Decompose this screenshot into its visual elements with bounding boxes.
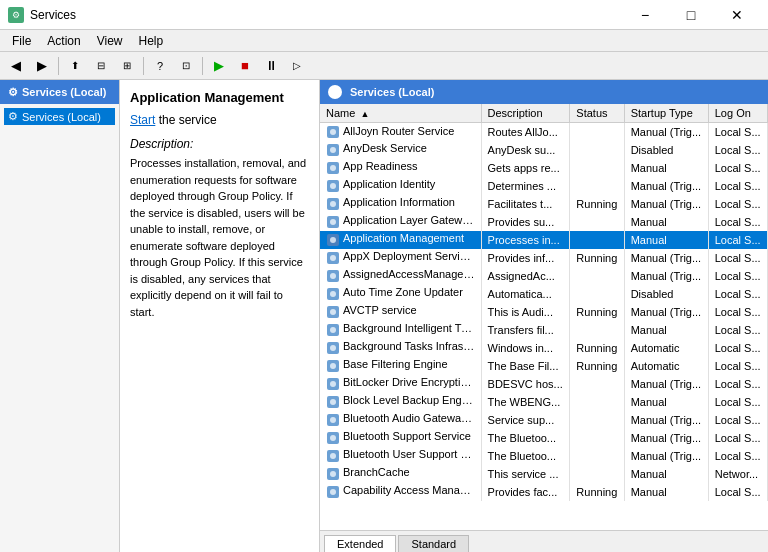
cell-startupType: Manual (Trig... xyxy=(624,195,708,213)
services-tbody: AllJoyn Router ServiceRoutes AllJo...Man… xyxy=(320,123,768,501)
table-row[interactable]: AssignedAccessManager Se...AssignedAc...… xyxy=(320,267,768,285)
table-row[interactable]: Bluetooth Support ServiceThe Bluetoo...M… xyxy=(320,429,768,447)
cell-logOn: Local S... xyxy=(708,339,767,357)
table-row[interactable]: Application IdentityDetermines ...Manual… xyxy=(320,177,768,195)
sidebar-item-services-local[interactable]: ⚙ Services (Local) xyxy=(4,108,115,125)
menu-file[interactable]: File xyxy=(4,32,39,50)
table-row[interactable]: Capability Access Manager ...Provides fa… xyxy=(320,483,768,501)
cell-logOn: Local S... xyxy=(708,429,767,447)
cell-description: Service sup... xyxy=(481,411,570,429)
col-status[interactable]: Status xyxy=(570,104,624,123)
cell-logOn: Local S... xyxy=(708,411,767,429)
toolbar-show-hide[interactable]: ⊟ xyxy=(89,55,113,77)
cell-name: Application Information xyxy=(320,195,481,213)
cell-startupType: Manual (Trig... xyxy=(624,123,708,141)
table-row[interactable]: BranchCacheThis service ...ManualNetwor.… xyxy=(320,465,768,483)
table-row[interactable]: Base Filtering EngineThe Base Fil...Runn… xyxy=(320,357,768,375)
table-row[interactable]: BitLocker Drive Encryption ...BDESVC hos… xyxy=(320,375,768,393)
menu-help[interactable]: Help xyxy=(131,32,172,50)
table-header: Name ▲ Description Status Startup Type L… xyxy=(320,104,768,123)
minimize-button[interactable]: − xyxy=(622,0,668,30)
cell-status xyxy=(570,285,624,303)
table-row[interactable]: Block Level Backup Engine ...The WBENG..… xyxy=(320,393,768,411)
cell-logOn: Local S... xyxy=(708,447,767,465)
start-link[interactable]: Start xyxy=(130,113,155,127)
cell-description: Routes AllJo... xyxy=(481,123,570,141)
col-description[interactable]: Description xyxy=(481,104,570,123)
cell-status xyxy=(570,447,624,465)
svg-point-37 xyxy=(330,453,336,459)
svg-point-23 xyxy=(330,327,336,333)
cell-logOn: Local S... xyxy=(708,141,767,159)
cell-startupType: Manual xyxy=(624,393,708,411)
cell-logOn: Local S... xyxy=(708,159,767,177)
services-panel-header: Services (Local) xyxy=(320,80,768,104)
table-row[interactable]: AllJoyn Router ServiceRoutes AllJo...Man… xyxy=(320,123,768,141)
service-icon xyxy=(326,467,340,481)
cell-logOn: Local S... xyxy=(708,249,767,267)
svg-point-21 xyxy=(330,309,336,315)
cell-logOn: Local S... xyxy=(708,231,767,249)
tab-standard[interactable]: Standard xyxy=(398,535,469,552)
tab-extended[interactable]: Extended xyxy=(324,535,396,552)
svg-point-13 xyxy=(330,237,336,243)
cell-status xyxy=(570,465,624,483)
cell-status: Running xyxy=(570,339,624,357)
col-logon[interactable]: Log On xyxy=(708,104,767,123)
menu-bar: File Action View Help xyxy=(0,30,768,52)
table-row[interactable]: Application ManagementProcesses in...Man… xyxy=(320,231,768,249)
cell-status xyxy=(570,411,624,429)
cell-startupType: Manual xyxy=(624,213,708,231)
desc-label: Description: xyxy=(130,137,309,151)
sidebar: ⚙ Services (Local) ⚙ Services (Local) xyxy=(0,80,120,552)
col-name[interactable]: Name ▲ xyxy=(320,104,481,123)
cell-description: Transfers fil... xyxy=(481,321,570,339)
menu-view[interactable]: View xyxy=(89,32,131,50)
table-container: Name ▲ Description Status Startup Type L… xyxy=(320,104,768,530)
table-scroll[interactable]: Name ▲ Description Status Startup Type L… xyxy=(320,104,768,529)
cell-status: Running xyxy=(570,303,624,321)
table-row[interactable]: Background Tasks Infrastruc...Windows in… xyxy=(320,339,768,357)
cell-status xyxy=(570,213,624,231)
table-row[interactable]: AnyDesk ServiceAnyDesk su...DisabledLoca… xyxy=(320,141,768,159)
toolbar-help[interactable]: ? xyxy=(148,55,172,77)
table-row[interactable]: AVCTP serviceThis is Audi...RunningManua… xyxy=(320,303,768,321)
toolbar-pause[interactable]: ⏸ xyxy=(259,55,283,77)
sort-arrow: ▲ xyxy=(360,109,369,119)
table-row[interactable]: Auto Time Zone UpdaterAutomatica...Disab… xyxy=(320,285,768,303)
toolbar-restart[interactable]: ▷ xyxy=(285,55,309,77)
toolbar-new[interactable]: ⊞ xyxy=(115,55,139,77)
menu-action[interactable]: Action xyxy=(39,32,88,50)
svg-point-7 xyxy=(330,183,336,189)
table-row[interactable]: Bluetooth User Support Ser...The Bluetoo… xyxy=(320,447,768,465)
toolbar-play[interactable]: ▶ xyxy=(207,55,231,77)
table-row[interactable]: Background Intelligent Tran...Transfers … xyxy=(320,321,768,339)
table-row[interactable]: Application Layer Gateway ...Provides su… xyxy=(320,213,768,231)
cell-name: Background Tasks Infrastruc... xyxy=(320,339,481,357)
maximize-button[interactable]: □ xyxy=(668,0,714,30)
cell-startupType: Manual xyxy=(624,483,708,501)
cell-description: This service ... xyxy=(481,465,570,483)
cell-name: BranchCache xyxy=(320,465,481,483)
sidebar-header-label: Services (Local) xyxy=(22,86,106,98)
cell-logOn: Local S... xyxy=(708,357,767,375)
window-controls: − □ ✕ xyxy=(622,0,760,30)
toolbar-back[interactable]: ◀ xyxy=(4,55,28,77)
service-icon xyxy=(326,197,340,211)
toolbar-forward[interactable]: ▶ xyxy=(30,55,54,77)
table-row[interactable]: AppX Deployment Service (...Provides inf… xyxy=(320,249,768,267)
table-row[interactable]: Application InformationFacilitates t...R… xyxy=(320,195,768,213)
close-button[interactable]: ✕ xyxy=(714,0,760,30)
cell-name: App Readiness xyxy=(320,159,481,177)
toolbar-stop[interactable]: ■ xyxy=(233,55,257,77)
cell-startupType: Disabled xyxy=(624,141,708,159)
cell-description: Provides fac... xyxy=(481,483,570,501)
toolbar-export[interactable]: ⊡ xyxy=(174,55,198,77)
table-row[interactable]: App ReadinessGets apps re...ManualLocal … xyxy=(320,159,768,177)
svg-point-29 xyxy=(330,381,336,387)
toolbar-up[interactable]: ⬆ xyxy=(63,55,87,77)
cell-startupType: Automatic xyxy=(624,357,708,375)
svg-point-17 xyxy=(330,273,336,279)
table-row[interactable]: Bluetooth Audio Gateway S...Service sup.… xyxy=(320,411,768,429)
col-startup[interactable]: Startup Type xyxy=(624,104,708,123)
